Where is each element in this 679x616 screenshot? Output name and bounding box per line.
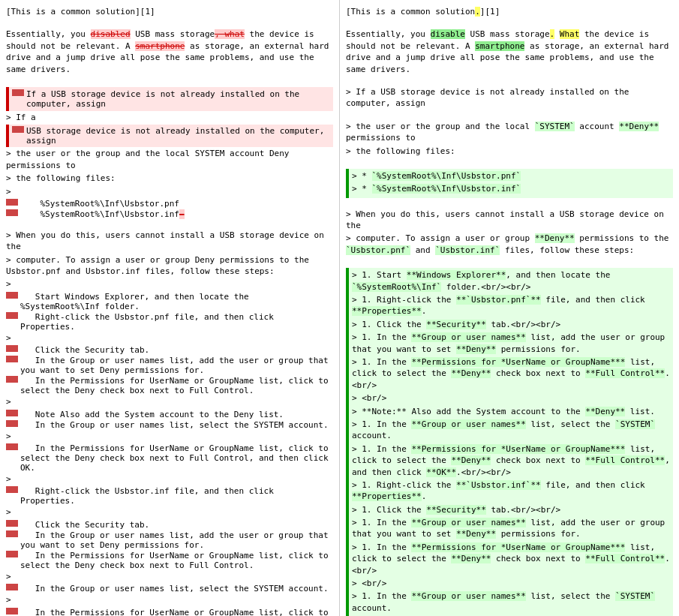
r-hl-deny8: **Deny** bbox=[451, 554, 491, 563]
r-hl-group3: **Group or user names** bbox=[411, 518, 525, 527]
line-1: [This is a common solution][1] bbox=[6, 6, 333, 17]
del-line-1: If a USB storage device is not already i… bbox=[26, 89, 330, 109]
line-28: In the Permissions for UserName or Group… bbox=[6, 551, 333, 570]
del-bar-13 bbox=[6, 486, 18, 493]
diff-view: [This is a common solution][1] Essential… bbox=[0, 0, 679, 616]
r-line-7: > computer. To assign a user or group **… bbox=[346, 233, 673, 256]
r-hl-smartphone: smartphone bbox=[475, 41, 524, 51]
del-step-3: Click the Security tab. bbox=[20, 345, 333, 355]
line-7: %SystemRoot%\Inf\Usbstor.pnf bbox=[6, 199, 333, 209]
r-hl-usbpnf: `Usbstor.pnf` bbox=[346, 245, 410, 255]
r-step-9: > 1. Right-click the **`Usbstor.inf`** f… bbox=[352, 479, 670, 503]
r-hl-props: **Properties** bbox=[352, 306, 422, 316]
r-hl-deny3: **Deny** bbox=[456, 344, 496, 354]
r-hl-perms2: **Permissions for *UserName or GroupName… bbox=[411, 444, 625, 454]
r-step-3: > 1. Click the **Security** tab.<br/><br… bbox=[352, 319, 670, 330]
r-step-5b: > <br/> bbox=[352, 392, 670, 404]
r-step-1: > 1. Start **Windows Explorer**, and the… bbox=[352, 269, 670, 293]
r-step-13: > 1. In the **Group or user names** list… bbox=[352, 590, 670, 614]
r-hl-perms3: **Permissions for *UserName or GroupName… bbox=[411, 542, 625, 552]
line-22: In the Permissions for UserName or Group… bbox=[6, 443, 333, 473]
del-bar-10 bbox=[6, 410, 18, 416]
r-step-4: > 1. In the **Group or user names** list… bbox=[352, 332, 670, 355]
r-hl-period2: . bbox=[550, 29, 555, 39]
r-line-4: > the user or the group and the local `S… bbox=[346, 121, 673, 144]
r-hl-sec: **Security** bbox=[426, 320, 485, 329]
del-disabled: disabled bbox=[91, 29, 131, 39]
line-18: > bbox=[6, 396, 333, 407]
line-25: > bbox=[6, 506, 333, 518]
line-15: Click the Security tab. bbox=[6, 345, 333, 355]
line-4: > the user or the group and the local SY… bbox=[6, 148, 333, 171]
del-file-2: %SystemRoot%\Inf\Usbstor.inf– bbox=[20, 209, 333, 219]
del-bar-12 bbox=[6, 443, 18, 450]
r-step-7: > 1. In the **Group or user names** list… bbox=[352, 419, 670, 442]
r-line-3: > If a USB storage device is not already… bbox=[346, 86, 673, 110]
r-line-1: [This is a common solution.][1] bbox=[346, 6, 673, 17]
line-11: > bbox=[6, 278, 333, 290]
r-hl-full3: **Full Control** bbox=[585, 554, 665, 563]
del-step-12: In the Permissions for UserName or Group… bbox=[20, 551, 333, 570]
line-21: > bbox=[6, 431, 333, 442]
r-step-12b: > <br/> bbox=[352, 578, 670, 589]
del-step-11: In the Group or user names list, add the… bbox=[20, 530, 333, 550]
r-hl-full: **Full Control** bbox=[585, 368, 665, 378]
r-step-12: > 1. In the **Permissions for *UserName … bbox=[352, 542, 670, 576]
line-17: In the Permissions for UserName or Group… bbox=[6, 376, 333, 395]
r-hl-group2: **Group or user names** bbox=[411, 419, 525, 429]
line-3: > If a bbox=[6, 112, 333, 123]
del-step-7: In the Group or user names list, select … bbox=[20, 420, 333, 430]
r-hl-system3: `SYSTEM` bbox=[615, 591, 655, 601]
del-bar-16 bbox=[6, 551, 18, 557]
line-26: Click the Security tab. bbox=[6, 520, 333, 530]
line-27: In the Group or user names list, add the… bbox=[6, 530, 333, 550]
line-24: Right-click the Usbstor.inf file, and th… bbox=[6, 486, 333, 506]
r-file-1: > * `%SystemRoot%\Inf\Usbstor.pnf` bbox=[352, 170, 670, 182]
line-6: > bbox=[6, 186, 333, 197]
r-hl-sysroot: `%SystemRoot%\Inf` bbox=[352, 282, 441, 292]
r-hl-usbinf: `Usbstor.inf` bbox=[435, 245, 500, 255]
line-29: > bbox=[6, 571, 333, 582]
r-step-5: > 1. In the **Permissions for *UserName … bbox=[352, 356, 670, 391]
del-bar-5 bbox=[6, 292, 18, 299]
line-16: In the Group or user names list, add the… bbox=[6, 356, 333, 375]
line-9: > When you do this, users cannot install… bbox=[6, 230, 333, 253]
del-bar-6 bbox=[6, 312, 18, 319]
del-bar-7 bbox=[6, 345, 18, 352]
r-hl-disable: disable bbox=[431, 29, 465, 39]
line-12: Start Windows Explorer, and then locate … bbox=[6, 292, 333, 311]
line-2: Essentially, you disabled USB mass stora… bbox=[6, 29, 333, 75]
del-bar-4 bbox=[6, 209, 18, 216]
r-line-6: > When you do this, users cannot install… bbox=[346, 209, 673, 232]
del-step-2: Right-click the Usbstor.pnf file, and th… bbox=[20, 312, 333, 332]
line-23: > bbox=[6, 473, 333, 485]
line-8: %SystemRoot%\Inf\Usbstor.inf– bbox=[6, 209, 333, 219]
r-hl-what: What bbox=[560, 29, 580, 39]
deleted-block-1: If a USB storage device is not already i… bbox=[6, 87, 333, 111]
r-hl-file2: `%SystemRoot%\Inf\Usbstor.inf` bbox=[372, 184, 521, 194]
r-hl-usbinf2: **`Usbstor.inf`** bbox=[456, 480, 541, 490]
added-steps: > 1. Start **Windows Explorer**, and the… bbox=[346, 268, 673, 616]
del-step-5: In the Permissions for UserName or Group… bbox=[20, 376, 333, 395]
r-hl-system: `SYSTEM` bbox=[535, 122, 575, 131]
del-bar-9 bbox=[6, 376, 18, 383]
left-panel: [This is a common solution][1] Essential… bbox=[0, 0, 340, 616]
del-bar-18 bbox=[6, 608, 18, 614]
r-hl-usbpnf2: **`Usbstor.pnf`** bbox=[456, 295, 541, 305]
r-hl-props2: **Properties** bbox=[352, 491, 422, 501]
r-line-2: Essentially, you disable USB mass storag… bbox=[346, 29, 673, 75]
del-bar-17 bbox=[6, 584, 18, 590]
del-bar-15 bbox=[6, 530, 18, 537]
r-hl-file1: `%SystemRoot%\Inf\Usbstor.pnf` bbox=[372, 171, 521, 181]
r-line-5: > the following files: bbox=[346, 146, 673, 157]
deleted-block-2: USB storage device is not already instal… bbox=[6, 125, 333, 147]
r-hl-deny: **Deny** bbox=[619, 122, 659, 131]
del-step-9: Right-click the Usbstor.inf file, and th… bbox=[20, 486, 333, 506]
del-step-1: Start Windows Explorer, and then locate … bbox=[20, 292, 333, 311]
del-bar-11 bbox=[6, 420, 18, 427]
r-hl-perms: **Permissions for *UserName or GroupName… bbox=[411, 357, 625, 367]
r-hl-ok: **OK** bbox=[426, 467, 456, 477]
right-panel: [This is a common solution.][1] Essentia… bbox=[340, 0, 679, 616]
added-block-files: > * `%SystemRoot%\Inf\Usbstor.pnf` > * `… bbox=[346, 169, 673, 198]
r-step-11: > 1. In the **Group or user names** list… bbox=[352, 517, 670, 540]
